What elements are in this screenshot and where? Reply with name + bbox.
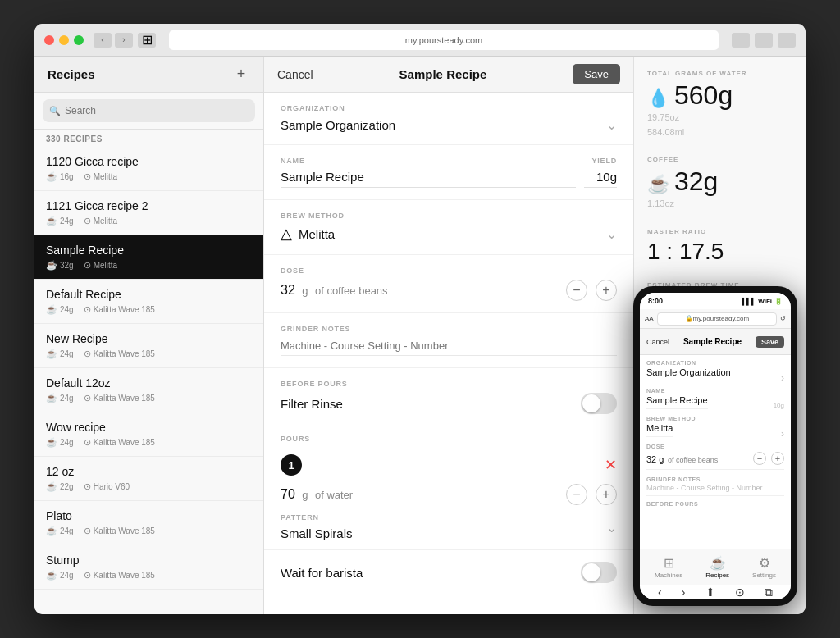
recipe-list: 1120 Gicca recipe ☕16g ⊙Melitta 1121 Gic…: [34, 147, 263, 614]
list-item[interactable]: 1120 Gicca recipe ☕16g ⊙Melitta: [34, 147, 263, 191]
recipe-name: Plato: [46, 509, 252, 522]
mobile-nav-bar: ‹ › ⬆ ⊙ ⧉: [640, 585, 791, 599]
back-button[interactable]: ‹: [94, 33, 112, 48]
name-field: NAME: [281, 157, 576, 188]
add-recipe-button[interactable]: +: [232, 66, 250, 84]
mobile-cancel-button[interactable]: Cancel: [646, 338, 669, 346]
pour-header: 1 ✕: [281, 454, 617, 476]
mobile-yield-value: 10g: [774, 402, 784, 409]
filter-rinse-toggle[interactable]: [581, 393, 617, 414]
mobile-url[interactable]: 🔒 my.poursteady.com: [657, 312, 777, 326]
url-bar[interactable]: my.poursteady.com: [169, 30, 719, 50]
list-item[interactable]: Default 12oz ☕24g ⊙Kalitta Wave 185: [34, 368, 263, 412]
dose-increase-button[interactable]: +: [596, 280, 617, 301]
recipe-editor-title: Sample Recipe: [399, 67, 487, 81]
cancel-button[interactable]: Cancel: [277, 68, 313, 81]
pour-pattern-row: PATTERN Small Spirals ⌄: [281, 513, 617, 541]
mobile-recipe-header: Cancel Sample Recipe Save: [640, 329, 791, 355]
list-item[interactable]: Stump ☕24g ⊙Kalitta Wave 185: [34, 545, 263, 590]
sidebar: Recipes + 🔍 330 RECIPES 1120 Gicca recip…: [34, 57, 264, 614]
name-input[interactable]: [281, 170, 576, 188]
brew-method-field[interactable]: △ Melitta ⌄: [281, 225, 617, 243]
mobile-back-button[interactable]: ‹: [658, 586, 662, 599]
pour-stepper: − +: [566, 484, 617, 505]
recipe-method: Kalitta Wave 185: [94, 349, 155, 358]
recipe-dose: 16g: [60, 172, 74, 181]
toggle-knob: [582, 563, 600, 581]
recipe-name: Default Recipe: [46, 288, 252, 301]
list-item[interactable]: Wow recipe ☕24g ⊙Kalitta Wave 185: [34, 412, 263, 457]
mobile-save-button[interactable]: Save: [756, 336, 784, 348]
mobile-tab-recipes[interactable]: ☕ Recipes: [705, 555, 729, 579]
method-icon: ⊙: [84, 437, 91, 448]
recipe-method: Melitta: [94, 216, 117, 226]
coffee-oz: 1.13oz: [647, 197, 792, 212]
yield-input[interactable]: [584, 170, 617, 188]
mobile-brew-chevron-icon: ›: [781, 428, 784, 440]
wait-barista-toggle[interactable]: [581, 562, 617, 583]
aa-label[interactable]: AA: [645, 315, 654, 322]
sidebar-header: Recipes +: [34, 57, 263, 93]
recipe-dose: 24g: [60, 571, 74, 580]
sidebar-toggle[interactable]: ⊞: [138, 33, 156, 48]
list-item[interactable]: Plato ☕24g ⊙Kalitta Wave 185: [34, 501, 263, 545]
minimize-button[interactable]: [59, 35, 69, 45]
save-button[interactable]: Save: [573, 64, 620, 84]
mobile-brew-method-row: Melitta ›: [646, 423, 784, 444]
list-item[interactable]: Default Recipe ☕24g ⊙Kalitta Wave 185: [34, 280, 263, 324]
mobile-tab-settings[interactable]: ⚙ Settings: [752, 555, 776, 579]
pour-amount: 70: [281, 487, 295, 501]
forward-button[interactable]: ›: [115, 33, 133, 48]
recipe-name: 1121 Gicca recipe 2: [46, 199, 252, 212]
grinder-input[interactable]: [281, 340, 617, 356]
recipe-name: Wow recipe: [46, 421, 252, 434]
mobile-status-bar: 8:00 ▌▌▌ WiFi 🔋: [640, 293, 791, 309]
mobile-dose-desc: of coffee beans: [668, 456, 718, 464]
share-button[interactable]: [732, 33, 750, 48]
recipe-meta: ☕24g ⊙Kalitta Wave 185: [46, 437, 252, 448]
more-button[interactable]: [778, 33, 796, 48]
mobile-device: 8:00 ▌▌▌ WiFi 🔋 AA 🔒 my.poursteady.com ↺…: [633, 286, 797, 606]
mobile-dose-decrease[interactable]: −: [753, 452, 766, 465]
ratio-value: 1 : 17.5: [647, 239, 724, 264]
new-tab-button[interactable]: [755, 33, 773, 48]
mobile-name-value: Sample Recipe: [646, 395, 708, 409]
maximize-button[interactable]: [74, 35, 84, 45]
brew-method-section: BREW METHOD △ Melitta ⌄: [264, 200, 633, 255]
pour-decrease-button[interactable]: −: [566, 484, 587, 505]
mobile-tabs-button[interactable]: ⧉: [765, 586, 773, 599]
mobile-tab-machines[interactable]: ⊞ Machines: [655, 555, 682, 579]
list-item[interactable]: 12 oz ☕22g ⊙Hario V60: [34, 457, 263, 501]
water-main: 💧 560g: [647, 80, 792, 111]
search-input[interactable]: [65, 105, 249, 116]
dose-description: of coffee beans: [315, 285, 388, 297]
recipe-dose: 24g: [60, 349, 74, 358]
mobile-dose-stepper: − +: [753, 452, 784, 465]
method-icon: ⊙: [84, 393, 91, 403]
dose-decrease-button[interactable]: −: [566, 280, 587, 301]
dose-section: DOSE 32 g of coffee beans − +: [264, 255, 633, 313]
recipe-dose: 24g: [60, 216, 74, 226]
mobile-time: 8:00: [648, 297, 663, 305]
recipe-dose: 32g: [60, 261, 74, 270]
pour-delete-button[interactable]: ✕: [605, 456, 617, 474]
mobile-brew-method-label: BREW METHOD: [646, 416, 784, 422]
mobile-share-button[interactable]: ⬆: [705, 586, 715, 599]
pour-increase-button[interactable]: +: [596, 484, 617, 505]
mobile-refresh-icon[interactable]: ↺: [780, 315, 786, 322]
list-item[interactable]: 1121 Gicca recipe 2 ☕24g ⊙Melitta: [34, 191, 263, 235]
method-icon: ⊙: [84, 216, 91, 226]
mobile-bookmarks-button[interactable]: ⊙: [735, 586, 745, 599]
method-icon: ⊙: [84, 481, 91, 492]
search-input-wrap[interactable]: 🔍: [43, 99, 255, 122]
list-item[interactable]: New Recipe ☕24g ⊙Kalitta Wave 185: [34, 324, 263, 368]
close-button[interactable]: [44, 35, 54, 45]
method-icon: ⊙: [84, 570, 91, 581]
mobile-dose-value: 32 g: [646, 454, 664, 464]
recipe-name: New Recipe: [46, 332, 252, 345]
mobile-forward-button[interactable]: ›: [682, 586, 686, 599]
mobile-brew-method-value: Melitta: [646, 423, 673, 437]
list-item-active[interactable]: Sample Recipe ☕32g ⊙Melitta: [34, 235, 263, 280]
mobile-dose-increase[interactable]: +: [771, 452, 784, 465]
dose-icon: ☕: [46, 171, 57, 182]
